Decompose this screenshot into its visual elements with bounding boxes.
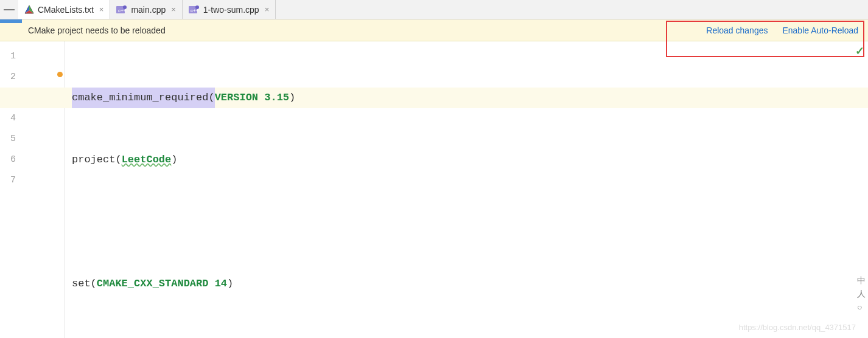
line-number: 5 [0, 129, 16, 150]
tab-two-sum-cpp[interactable]: c++ 1-two-sum.cpp × [183, 0, 276, 19]
line-number: 7 [0, 170, 16, 191]
cpp-file-icon: c++ [116, 5, 127, 15]
watermark-text: https://blog.csdn.net/qq_4371517 [739, 323, 856, 332]
editor-area: 1 2 3 4 5 6 7 cmake_minimum_required(VER… [0, 41, 868, 338]
cpp-file-icon: c++ [189, 5, 200, 15]
tab-label: 1-two-sum.cpp [203, 5, 259, 15]
svg-point-6 [123, 5, 127, 9]
warning-dot-icon[interactable] [57, 72, 63, 77]
banner-message: CMake project needs to be reloaded [28, 26, 166, 35]
code-line[interactable]: project(LeetCode) [72, 150, 868, 170]
tab-label: main.cpp [131, 5, 166, 15]
close-icon[interactable]: × [265, 5, 270, 14]
close-icon[interactable]: × [99, 5, 104, 14]
code-line[interactable] [72, 212, 868, 232]
banner-actions: Reload changes Enable Auto-Reload [706, 26, 858, 35]
close-icon[interactable]: × [171, 5, 176, 14]
reload-changes-link[interactable]: Reload changes [706, 26, 768, 35]
line-number: 2 [0, 67, 16, 88]
fold-gutter [22, 41, 65, 338]
minimize-icon[interactable]: — [0, 0, 18, 19]
line-number: 1 [0, 46, 16, 67]
tab-main-cpp[interactable]: c++ main.cpp × [110, 0, 182, 19]
svg-point-9 [195, 5, 199, 9]
line-number-gutter: 1 2 3 4 5 6 7 [0, 41, 22, 338]
code-area[interactable]: cmake_minimum_required(VERSION 3.15) pro… [65, 41, 868, 338]
tab-cmakelists[interactable]: CMakeLists.txt × [18, 0, 110, 19]
analysis-ok-icon[interactable]: ✓ [855, 44, 864, 58]
blue-marker [0, 19, 22, 23]
cmake-file-icon [24, 5, 34, 15]
code-line[interactable] [72, 336, 868, 338]
tab-bar: — CMakeLists.txt × c++ main.cpp × c++ 1-… [0, 0, 868, 19]
tab-label: CMakeLists.txt [38, 5, 94, 15]
code-line[interactable]: set(CMAKE_CXX_STANDARD 14) [72, 274, 868, 294]
line-number: 4 [0, 108, 16, 129]
reload-banner: CMake project needs to be reloaded Reloa… [0, 19, 868, 41]
enable-auto-reload-link[interactable]: Enable Auto-Reload [782, 26, 858, 35]
code-line[interactable]: cmake_minimum_required(VERSION 3.15) [0, 88, 868, 108]
line-number: 6 [0, 150, 16, 170]
right-panel-glyphs: 中人○ [857, 274, 866, 314]
